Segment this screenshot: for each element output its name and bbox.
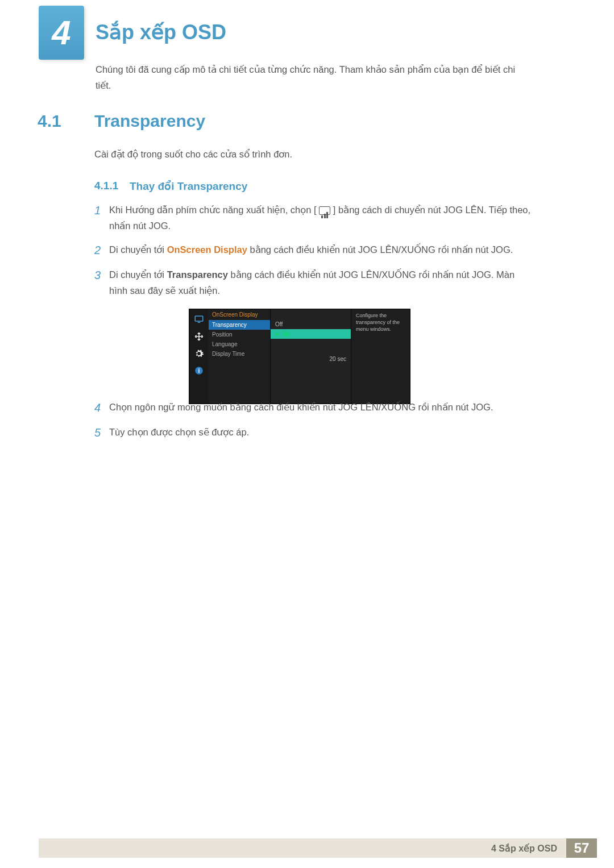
osd-timer: 20 sec: [271, 339, 351, 362]
step-2: 2 Di chuyển tới OnScreen Display bằng cá…: [94, 242, 532, 259]
subsection-title: Thay đổi Transparency: [130, 180, 247, 193]
step-text: bằng cách điều khiển nút JOG LÊN/XUỐNG r…: [250, 244, 513, 255]
footer-strip: [39, 838, 482, 858]
osd-options: Off ✔ On 20 sec: [270, 309, 351, 404]
osd-option-on: ✔ On: [271, 329, 351, 339]
step-5: 5 Tùy chọn được chọn sẽ được áp.: [94, 424, 532, 441]
osd-menu-header: OnScreen Display: [209, 309, 270, 320]
chapter-badge: 4: [39, 6, 84, 60]
osd-item-transparency: Transparency: [209, 320, 270, 330]
page-number: 57: [566, 838, 597, 858]
step-number: 1: [94, 202, 109, 219]
step-body: Di chuyển tới Transparency bằng cách điề…: [109, 267, 532, 298]
info-icon: i: [193, 365, 205, 376]
step-highlight: Transparency: [167, 269, 228, 280]
osd-item-position: Position: [209, 330, 270, 339]
section-title: Transparency: [94, 111, 205, 131]
step-number: 3: [94, 267, 109, 284]
footer: 4 Sắp xếp OSD 57: [39, 838, 597, 858]
step-1: 1 Khi Hướng dẫn phím chức năng xuất hiện…: [94, 202, 532, 234]
svg-rect-0: [195, 316, 203, 321]
step-body: Di chuyển tới OnScreen Display bằng cách…: [109, 242, 532, 258]
osd-item-language: Language: [209, 339, 270, 349]
step-body: Tùy chọn được chọn sẽ được áp.: [109, 424, 532, 440]
step-number: 2: [94, 242, 109, 259]
step-highlight: OnScreen Display: [167, 244, 247, 255]
menu-icon: [319, 206, 330, 215]
move-icon: [193, 331, 205, 342]
steps-list-top: 1 Khi Hướng dẫn phím chức năng xuất hiện…: [94, 202, 532, 416]
step-body: Chọn ngôn ngữ mong muốn bằng cách điều k…: [109, 399, 532, 415]
chapter-number: 4: [52, 13, 70, 52]
osd-screenshot: i OnScreen Display Transparency Position…: [189, 309, 410, 404]
chapter-description: Chúng tôi đã cung cấp mô tả chi tiết của…: [96, 61, 533, 93]
footer-label: 4 Sắp xếp OSD: [482, 838, 566, 858]
step-text: Khi Hướng dẫn phím chức năng xuất hiện, …: [109, 205, 317, 215]
svg-text:i: i: [198, 367, 200, 374]
chapter-title: Sắp xếp OSD: [96, 20, 226, 44]
gear-icon: [193, 348, 205, 359]
section-description: Cài đặt độ trong suốt cho các cửa sổ trì…: [94, 149, 532, 160]
step-body: Khi Hướng dẫn phím chức năng xuất hiện, …: [109, 202, 532, 234]
osd-option-off: Off: [271, 319, 351, 329]
step-text: Di chuyển tới: [109, 244, 167, 255]
osd-menu-list: OnScreen Display Transparency Position L…: [209, 309, 270, 404]
steps-list-bottom: 4 Chọn ngôn ngữ mong muốn bằng cách điều…: [94, 399, 532, 449]
osd-sidebar: i: [189, 309, 209, 404]
subsection-number: 4.1.1: [94, 180, 118, 192]
osd-item-display-time: Display Time: [209, 349, 270, 359]
osd-option-on-label: On: [282, 331, 289, 337]
svg-rect-1: [198, 322, 201, 323]
osd-help-text: Configure the transparency of the menu w…: [351, 309, 410, 404]
monitor-icon: [193, 314, 205, 325]
step-4: 4 Chọn ngôn ngữ mong muốn bằng cách điều…: [94, 399, 532, 416]
section-number: 4.1: [38, 111, 61, 131]
step-text: Di chuyển tới: [109, 269, 167, 280]
step-number: 4: [94, 399, 109, 416]
check-icon: ✔: [275, 331, 280, 337]
step-3: 3 Di chuyển tới Transparency bằng cách đ…: [94, 267, 532, 298]
step-number: 5: [94, 424, 109, 441]
